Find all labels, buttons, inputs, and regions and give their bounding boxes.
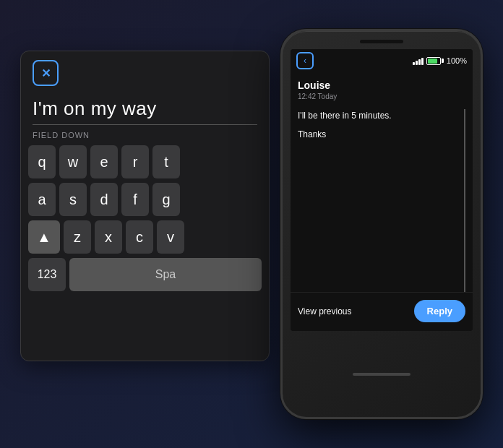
signal-bar-4 — [421, 58, 424, 65]
key-d[interactable]: d — [90, 183, 118, 216]
battery-tip — [442, 59, 444, 63]
shift-key[interactable]: ▲ — [28, 220, 60, 254]
phone-top-bar — [283, 31, 481, 49]
key-c[interactable]: c — [126, 220, 153, 254]
key-row-2: a s d f g — [24, 183, 266, 216]
message-content: Louise 12:42 Today I'll be there in 5 mi… — [291, 72, 473, 292]
key-row-1: q w e r t — [24, 145, 266, 178]
message-time: 12:42 Today — [298, 92, 465, 100]
key-w[interactable]: w — [59, 145, 87, 178]
shift-icon: ▲ — [37, 229, 51, 246]
text-field[interactable]: I'm on my way — [21, 92, 269, 124]
key-s[interactable]: s — [59, 183, 87, 216]
key-z[interactable]: z — [64, 220, 91, 254]
message-body: I'll be there in 5 minutes. Thanks — [298, 109, 465, 292]
close-icon: ✕ — [41, 66, 51, 80]
view-previous-button[interactable]: View previous — [298, 306, 351, 316]
field-label: FIELD DOWN — [21, 129, 269, 145]
reply-button[interactable]: Reply — [414, 300, 465, 322]
battery-fill — [428, 59, 438, 64]
battery-label: 100% — [447, 56, 467, 65]
message-text-2: Thanks — [298, 128, 463, 141]
status-right: 100% — [413, 56, 467, 65]
back-icon: ‹ — [304, 56, 306, 66]
battery-body — [426, 57, 441, 65]
phone-screen: ‹ 100% — [291, 49, 473, 331]
message-text-1: I'll be there in 5 minutes. — [298, 109, 463, 122]
speaker-slot — [360, 40, 403, 43]
phone-bottom — [353, 331, 410, 417]
status-bar: ‹ 100% — [291, 49, 473, 72]
signal-bar-1 — [413, 62, 415, 65]
keyboard-panel: ✕ I'm on my way FIELD DOWN q w e r t a s… — [20, 51, 270, 361]
key-r[interactable]: r — [121, 145, 149, 178]
close-button[interactable]: ✕ — [33, 60, 59, 86]
field-divider — [33, 124, 257, 125]
key-e[interactable]: e — [90, 145, 118, 178]
num-key[interactable]: 123 — [28, 258, 66, 291]
keyboard-header: ✕ — [21, 51, 269, 92]
home-indicator — [353, 373, 410, 376]
key-t[interactable]: t — [152, 145, 180, 178]
key-a[interactable]: a — [28, 183, 56, 216]
key-x[interactable]: x — [95, 220, 122, 254]
keyboard-rows: q w e r t a s d f g ▲ z x c — [21, 145, 269, 291]
battery-icon — [426, 57, 444, 65]
back-button[interactable]: ‹ — [296, 52, 314, 69]
key-g[interactable]: g — [152, 183, 180, 216]
sender-name: Louise — [298, 79, 465, 91]
signal-bar-3 — [418, 59, 421, 65]
phone-device: ‹ 100% — [280, 29, 483, 419]
key-row-3: ▲ z x c v — [24, 220, 266, 254]
key-f[interactable]: f — [121, 183, 149, 216]
screen-bottom: View previous Reply — [291, 292, 473, 331]
message-divider — [464, 109, 465, 292]
signal-bars — [413, 56, 424, 65]
bottom-row: 123 Spa — [24, 258, 266, 291]
key-v[interactable]: v — [157, 220, 184, 254]
key-q[interactable]: q — [28, 145, 56, 178]
space-key[interactable]: Spa — [69, 258, 262, 291]
scene: ✕ I'm on my way FIELD DOWN q w e r t a s… — [13, 14, 490, 434]
signal-bar-2 — [416, 61, 418, 65]
